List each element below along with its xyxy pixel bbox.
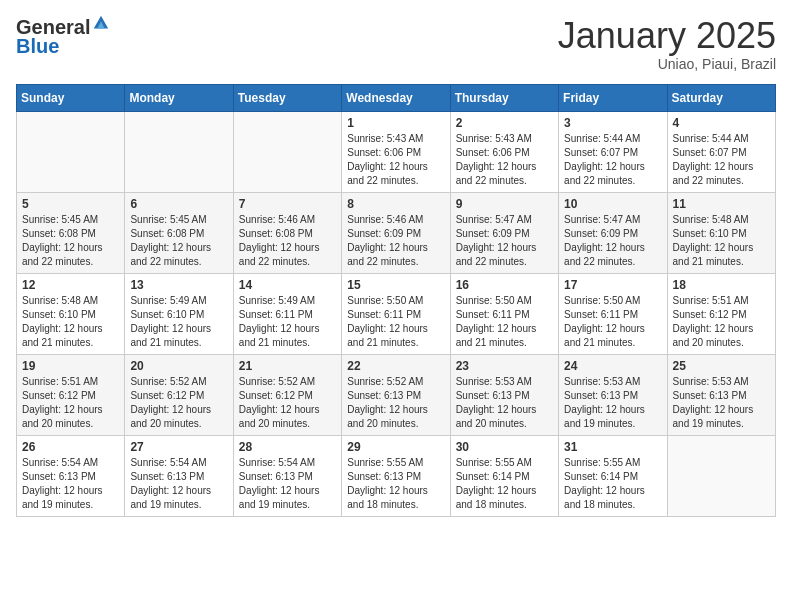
calendar-cell: 19Sunrise: 5:51 AMSunset: 6:12 PMDayligh… [17, 354, 125, 435]
day-number: 18 [673, 278, 770, 292]
day-info: Sunrise: 5:47 AMSunset: 6:09 PMDaylight:… [564, 213, 661, 269]
day-info: Sunrise: 5:51 AMSunset: 6:12 PMDaylight:… [22, 375, 119, 431]
calendar-cell: 12Sunrise: 5:48 AMSunset: 6:10 PMDayligh… [17, 273, 125, 354]
title-block: January 2025 Uniao, Piaui, Brazil [558, 16, 776, 72]
calendar-week-row: 19Sunrise: 5:51 AMSunset: 6:12 PMDayligh… [17, 354, 776, 435]
day-info: Sunrise: 5:47 AMSunset: 6:09 PMDaylight:… [456, 213, 553, 269]
calendar-cell: 7Sunrise: 5:46 AMSunset: 6:08 PMDaylight… [233, 192, 341, 273]
day-number: 13 [130, 278, 227, 292]
column-header-thursday: Thursday [450, 84, 558, 111]
day-number: 31 [564, 440, 661, 454]
day-number: 1 [347, 116, 444, 130]
calendar-cell: 22Sunrise: 5:52 AMSunset: 6:13 PMDayligh… [342, 354, 450, 435]
day-number: 14 [239, 278, 336, 292]
day-number: 26 [22, 440, 119, 454]
day-number: 15 [347, 278, 444, 292]
day-info: Sunrise: 5:48 AMSunset: 6:10 PMDaylight:… [673, 213, 770, 269]
calendar-cell: 24Sunrise: 5:53 AMSunset: 6:13 PMDayligh… [559, 354, 667, 435]
day-number: 6 [130, 197, 227, 211]
day-info: Sunrise: 5:53 AMSunset: 6:13 PMDaylight:… [456, 375, 553, 431]
calendar-cell: 31Sunrise: 5:55 AMSunset: 6:14 PMDayligh… [559, 435, 667, 516]
day-number: 30 [456, 440, 553, 454]
day-number: 24 [564, 359, 661, 373]
calendar-cell: 8Sunrise: 5:46 AMSunset: 6:09 PMDaylight… [342, 192, 450, 273]
column-header-monday: Monday [125, 84, 233, 111]
day-info: Sunrise: 5:49 AMSunset: 6:10 PMDaylight:… [130, 294, 227, 350]
calendar-cell: 30Sunrise: 5:55 AMSunset: 6:14 PMDayligh… [450, 435, 558, 516]
day-number: 27 [130, 440, 227, 454]
day-number: 2 [456, 116, 553, 130]
location-subtitle: Uniao, Piaui, Brazil [558, 56, 776, 72]
page-header: General Blue January 2025 Uniao, Piaui, … [16, 16, 776, 72]
calendar-header-row: SundayMondayTuesdayWednesdayThursdayFrid… [17, 84, 776, 111]
calendar-cell: 6Sunrise: 5:45 AMSunset: 6:08 PMDaylight… [125, 192, 233, 273]
day-number: 17 [564, 278, 661, 292]
day-info: Sunrise: 5:45 AMSunset: 6:08 PMDaylight:… [130, 213, 227, 269]
calendar-week-row: 12Sunrise: 5:48 AMSunset: 6:10 PMDayligh… [17, 273, 776, 354]
calendar-cell: 15Sunrise: 5:50 AMSunset: 6:11 PMDayligh… [342, 273, 450, 354]
day-info: Sunrise: 5:55 AMSunset: 6:14 PMDaylight:… [564, 456, 661, 512]
column-header-wednesday: Wednesday [342, 84, 450, 111]
day-info: Sunrise: 5:54 AMSunset: 6:13 PMDaylight:… [130, 456, 227, 512]
calendar-cell [17, 111, 125, 192]
day-number: 12 [22, 278, 119, 292]
column-header-sunday: Sunday [17, 84, 125, 111]
day-number: 23 [456, 359, 553, 373]
day-info: Sunrise: 5:55 AMSunset: 6:13 PMDaylight:… [347, 456, 444, 512]
calendar-cell [667, 435, 775, 516]
calendar-cell: 28Sunrise: 5:54 AMSunset: 6:13 PMDayligh… [233, 435, 341, 516]
calendar-cell: 18Sunrise: 5:51 AMSunset: 6:12 PMDayligh… [667, 273, 775, 354]
day-info: Sunrise: 5:52 AMSunset: 6:13 PMDaylight:… [347, 375, 444, 431]
day-number: 28 [239, 440, 336, 454]
day-info: Sunrise: 5:43 AMSunset: 6:06 PMDaylight:… [456, 132, 553, 188]
day-number: 21 [239, 359, 336, 373]
calendar-week-row: 26Sunrise: 5:54 AMSunset: 6:13 PMDayligh… [17, 435, 776, 516]
calendar-cell: 23Sunrise: 5:53 AMSunset: 6:13 PMDayligh… [450, 354, 558, 435]
day-number: 29 [347, 440, 444, 454]
calendar-cell: 3Sunrise: 5:44 AMSunset: 6:07 PMDaylight… [559, 111, 667, 192]
calendar-cell: 2Sunrise: 5:43 AMSunset: 6:06 PMDaylight… [450, 111, 558, 192]
calendar-cell: 16Sunrise: 5:50 AMSunset: 6:11 PMDayligh… [450, 273, 558, 354]
day-info: Sunrise: 5:54 AMSunset: 6:13 PMDaylight:… [239, 456, 336, 512]
day-number: 10 [564, 197, 661, 211]
day-number: 16 [456, 278, 553, 292]
day-info: Sunrise: 5:45 AMSunset: 6:08 PMDaylight:… [22, 213, 119, 269]
calendar-cell: 29Sunrise: 5:55 AMSunset: 6:13 PMDayligh… [342, 435, 450, 516]
day-number: 22 [347, 359, 444, 373]
day-info: Sunrise: 5:48 AMSunset: 6:10 PMDaylight:… [22, 294, 119, 350]
calendar-cell: 17Sunrise: 5:50 AMSunset: 6:11 PMDayligh… [559, 273, 667, 354]
column-header-tuesday: Tuesday [233, 84, 341, 111]
calendar-week-row: 5Sunrise: 5:45 AMSunset: 6:08 PMDaylight… [17, 192, 776, 273]
calendar-cell [125, 111, 233, 192]
logo-icon [92, 14, 110, 32]
calendar-week-row: 1Sunrise: 5:43 AMSunset: 6:06 PMDaylight… [17, 111, 776, 192]
logo-blue-text: Blue [16, 35, 59, 57]
day-info: Sunrise: 5:54 AMSunset: 6:13 PMDaylight:… [22, 456, 119, 512]
calendar-cell: 20Sunrise: 5:52 AMSunset: 6:12 PMDayligh… [125, 354, 233, 435]
day-number: 25 [673, 359, 770, 373]
day-info: Sunrise: 5:50 AMSunset: 6:11 PMDaylight:… [564, 294, 661, 350]
day-info: Sunrise: 5:44 AMSunset: 6:07 PMDaylight:… [564, 132, 661, 188]
day-info: Sunrise: 5:53 AMSunset: 6:13 PMDaylight:… [673, 375, 770, 431]
day-number: 19 [22, 359, 119, 373]
calendar-cell: 4Sunrise: 5:44 AMSunset: 6:07 PMDaylight… [667, 111, 775, 192]
calendar-cell: 10Sunrise: 5:47 AMSunset: 6:09 PMDayligh… [559, 192, 667, 273]
day-info: Sunrise: 5:52 AMSunset: 6:12 PMDaylight:… [130, 375, 227, 431]
calendar-cell: 27Sunrise: 5:54 AMSunset: 6:13 PMDayligh… [125, 435, 233, 516]
day-number: 9 [456, 197, 553, 211]
day-number: 7 [239, 197, 336, 211]
calendar-cell: 9Sunrise: 5:47 AMSunset: 6:09 PMDaylight… [450, 192, 558, 273]
day-number: 20 [130, 359, 227, 373]
day-info: Sunrise: 5:52 AMSunset: 6:12 PMDaylight:… [239, 375, 336, 431]
logo: General Blue [16, 16, 110, 58]
calendar-cell: 26Sunrise: 5:54 AMSunset: 6:13 PMDayligh… [17, 435, 125, 516]
calendar-cell: 25Sunrise: 5:53 AMSunset: 6:13 PMDayligh… [667, 354, 775, 435]
calendar-cell [233, 111, 341, 192]
calendar-table: SundayMondayTuesdayWednesdayThursdayFrid… [16, 84, 776, 517]
day-info: Sunrise: 5:51 AMSunset: 6:12 PMDaylight:… [673, 294, 770, 350]
day-number: 11 [673, 197, 770, 211]
calendar-cell: 13Sunrise: 5:49 AMSunset: 6:10 PMDayligh… [125, 273, 233, 354]
column-header-friday: Friday [559, 84, 667, 111]
day-info: Sunrise: 5:55 AMSunset: 6:14 PMDaylight:… [456, 456, 553, 512]
calendar-cell: 11Sunrise: 5:48 AMSunset: 6:10 PMDayligh… [667, 192, 775, 273]
